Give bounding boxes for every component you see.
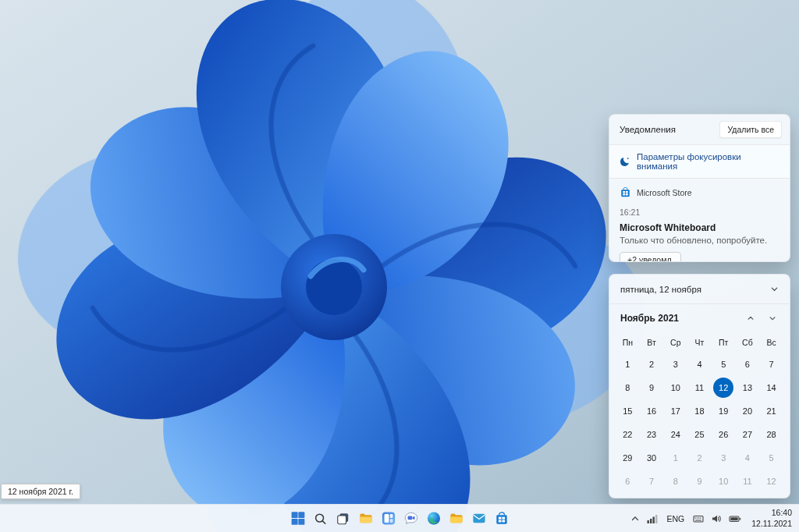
calendar-day[interactable]: 13 (736, 376, 760, 399)
calendar-weekdays: ПнВтСрЧтПтСбВс (609, 332, 790, 353)
network-icon[interactable] (644, 509, 661, 529)
battery-icon[interactable] (726, 509, 744, 529)
calendar-flyout: пятница, 12 ноября Ноябрь 2021 (609, 274, 790, 498)
taskbar-chat-button[interactable] (401, 509, 421, 529)
calendar-day[interactable]: 12 (759, 470, 783, 493)
calendar-day[interactable]: 2 (640, 353, 664, 376)
calendar-day[interactable]: 10 (712, 470, 736, 493)
desktop: Уведомления Удалить все Параметры фокуси… (0, 0, 799, 532)
notification-center: Уведомления Удалить все Параметры фокуси… (609, 114, 790, 262)
calendar-day[interactable]: 6 (736, 353, 760, 376)
weekday-label: Сб (736, 338, 760, 347)
date-tooltip: 12 ноября 2021 г. (1, 484, 80, 499)
calendar-day[interactable]: 28 (759, 423, 783, 446)
calendar-header: пятница, 12 ноября (609, 275, 790, 304)
calendar-day[interactable]: 6 (616, 470, 640, 493)
calendar-day[interactable]: 10 (663, 376, 687, 399)
calendar-day[interactable]: 22 (616, 423, 640, 446)
calendar-day[interactable]: 8 (663, 470, 687, 493)
calendar-day[interactable]: 9 (640, 376, 664, 399)
calendar-prev-month-button[interactable] (740, 308, 762, 328)
calendar-day[interactable]: 1 (663, 446, 687, 470)
notification-body: Только что обновлено, попробуйте. (620, 236, 779, 245)
notification-title: Microsoft Whiteboard (620, 222, 779, 233)
calendar-day[interactable]: 15 (616, 399, 640, 423)
calendar-day[interactable]: 11 (736, 470, 760, 493)
language-indicator[interactable]: ENG (662, 509, 689, 529)
calendar-day[interactable]: 12 (712, 376, 736, 399)
notification-app-row: Microsoft Store (620, 186, 779, 198)
calendar-date-label: пятница, 12 ноября (620, 285, 701, 294)
calendar-day[interactable]: 4 (736, 446, 760, 470)
calendar-day[interactable]: 14 (759, 376, 783, 399)
calendar-day[interactable]: 9 (687, 470, 712, 493)
calendar-day[interactable]: 7 (759, 353, 783, 376)
taskbar-edge-button[interactable] (424, 509, 444, 529)
keyboard-icon[interactable] (690, 509, 707, 529)
weekday-label: Чт (687, 338, 712, 347)
calendar-day[interactable]: 27 (736, 423, 760, 446)
calendar-day[interactable]: 5 (712, 353, 736, 376)
notifications-title: Уведомления (620, 125, 676, 134)
store-icon (494, 511, 509, 526)
taskbar-start-button[interactable] (288, 509, 308, 529)
calendar-day[interactable]: 5 (759, 446, 783, 470)
taskbar-widgets-button[interactable] (378, 509, 399, 529)
taskbar-mail-button[interactable] (469, 509, 489, 529)
calendar-day[interactable]: 21 (759, 399, 783, 423)
calendar-day[interactable]: 16 (640, 399, 664, 423)
calendar-day[interactable]: 18 (687, 399, 712, 423)
calendar-day[interactable]: 30 (640, 446, 664, 470)
start-icon (290, 511, 305, 526)
microsoft-store-icon (620, 186, 631, 198)
calendar-day[interactable]: 17 (663, 399, 687, 423)
taskbar-search-button[interactable] (311, 509, 331, 529)
calendar-next-month-button[interactable] (762, 308, 783, 328)
focus-assist-settings-link[interactable]: Параметры фокусировки внимания (609, 144, 790, 179)
edge-icon (426, 511, 441, 526)
notification-time: 16:21 (620, 207, 779, 217)
calendar-day[interactable]: 20 (736, 399, 760, 423)
calendar-day[interactable]: 7 (640, 470, 664, 493)
calendar-day[interactable]: 8 (616, 376, 640, 399)
calendar-day[interactable]: 3 (712, 446, 736, 470)
chevron-up-icon[interactable] (627, 509, 643, 529)
calendar-day[interactable]: 29 (616, 446, 640, 470)
system-tray-icons: ENG (627, 509, 744, 529)
calendar-month-row: Ноябрь 2021 (609, 304, 790, 332)
calendar-day[interactable]: 25 (687, 423, 712, 446)
clock-time: 16:40 (751, 508, 792, 519)
calendar-day[interactable]: 4 (687, 353, 712, 376)
calendar-day[interactable]: 11 (687, 376, 712, 399)
calendar-day[interactable]: 3 (663, 353, 687, 376)
chevron-up-icon (747, 314, 755, 322)
more-notifications-button[interactable]: +2 уведомл. (620, 252, 681, 262)
notification-app-name: Microsoft Store (637, 188, 692, 197)
taskbar-store-button[interactable] (492, 509, 512, 529)
taskbar-folder-button[interactable] (446, 509, 467, 529)
clear-all-button[interactable]: Удалить все (719, 121, 782, 138)
notification-item[interactable]: Microsoft Store 16:21 Microsoft Whiteboa… (609, 179, 790, 262)
calendar-month-label[interactable]: Ноябрь 2021 (620, 313, 679, 324)
focus-assist-label: Параметры фокусировки внимания (637, 152, 779, 171)
clock-date: 12.11.2021 (751, 519, 792, 530)
calendar-day[interactable]: 1 (616, 353, 640, 376)
calendar-day[interactable]: 23 (640, 423, 664, 446)
folder-icon (449, 511, 463, 526)
calendar-day[interactable]: 24 (663, 423, 687, 446)
calendar-grid: 1234567891011121314151617181920212223242… (609, 353, 790, 498)
volume-icon[interactable] (708, 509, 725, 529)
calendar-day[interactable]: 2 (687, 446, 712, 470)
weekday-label: Вс (759, 338, 783, 347)
taskbar-task-view-button[interactable] (333, 509, 353, 529)
taskbar-clock[interactable]: 16:40 12.11.2021 (748, 508, 795, 529)
calendar-day[interactable]: 19 (712, 399, 736, 423)
taskbar-file-explorer-button[interactable] (356, 509, 376, 529)
chevron-down-icon (769, 314, 776, 322)
notification-header: Уведомления Удалить все (609, 115, 790, 144)
taskbar: ENG 16:40 12.11.2021 (0, 504, 799, 532)
focus-assist-icon (620, 156, 630, 167)
calendar-day[interactable]: 26 (712, 423, 736, 446)
calendar-collapse-button[interactable] (763, 279, 785, 300)
system-tray: ENG 16:40 12.11.2021 (627, 505, 795, 532)
